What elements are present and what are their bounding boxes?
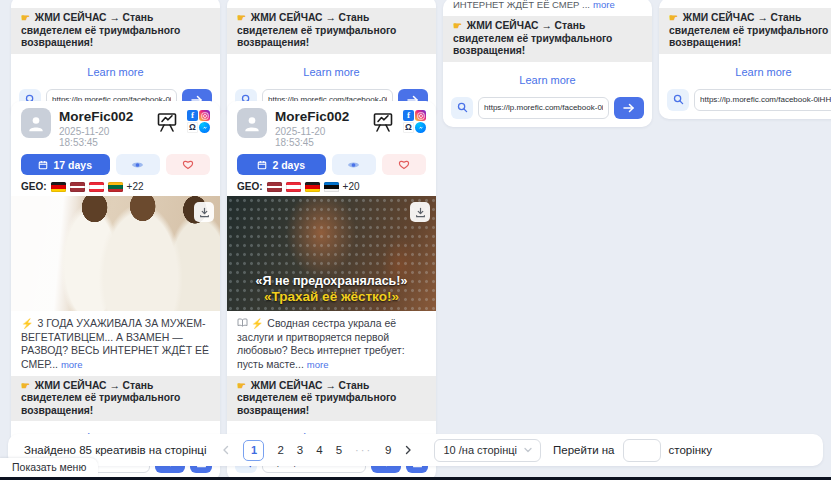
search-icon[interactable] [667, 89, 689, 111]
pager: 1 2 3 4 5 ··· 9 [222, 440, 412, 461]
landing-url-input[interactable] [694, 89, 831, 111]
learn-more-link[interactable]: Learn more [303, 66, 359, 78]
creative-header: MoreFic002 2025-11-20 18:53:45 f Ω [11, 101, 220, 151]
pointing-hand-icon: ☛ [669, 12, 678, 23]
platform-icons: f Ω [187, 110, 210, 133]
days-label: 2 days [272, 159, 305, 171]
pointing-hand-icon: ☛ [21, 380, 30, 391]
image-caption-line2: «Трахай её жёстко!» [227, 289, 436, 304]
cta-banner-text: ЖМИ СЕЙЧАС → Стань свидетелем её триумфа… [237, 380, 396, 416]
open-url-button[interactable] [614, 97, 644, 119]
per-page-select[interactable]: 10 /на сторінці [434, 439, 541, 462]
results-count: Знайдено 85 креативів на сторінці [24, 444, 206, 456]
creative-actions: 2 days [227, 151, 436, 177]
learn-more-link[interactable]: Learn more [87, 66, 143, 78]
image-caption: «Я не предохранялась!» «Трахай её жёстко… [227, 274, 436, 304]
learn-more-link[interactable]: Learn more [735, 66, 791, 78]
facebook-icon: f [403, 110, 414, 121]
download-image-button[interactable] [194, 202, 214, 222]
image-caption-line1: «Я не предохранялась!» [227, 274, 436, 288]
creative-image[interactable] [11, 196, 220, 311]
search-icon[interactable] [451, 97, 473, 119]
chevron-left-icon[interactable] [222, 445, 230, 455]
creative-datetime: 2025-11-20 18:53:45 [275, 126, 363, 148]
creative-datetime: 2025-11-20 18:53:45 [59, 126, 147, 148]
advertiser-name[interactable]: MoreFic002 [275, 109, 363, 124]
page-4[interactable]: 4 [316, 444, 322, 456]
cta-banner: ☛ ЖМИ СЕЙЧАС → Стань свидетелем её триум… [443, 16, 652, 62]
creative-image[interactable]: «Я не предохранялась!» «Трахай её жёстко… [227, 196, 436, 311]
download-image-button[interactable] [410, 202, 430, 222]
geo-flag [267, 182, 282, 192]
card-spacer [659, 0, 831, 8]
advertiser-info: MoreFic002 2025-11-20 18:53:45 [275, 108, 363, 148]
card-spacer [227, 0, 436, 8]
geo-more-count[interactable]: +22 [127, 181, 144, 192]
learn-more-row: Learn more [227, 54, 436, 87]
creative-body-text: ⚡ Сводная сестра украла её заслуги и при… [227, 311, 436, 376]
creative-card-1: MoreFic002 2025-11-20 18:53:45 f Ω 17 da… [11, 101, 220, 480]
show-menu-button[interactable]: Показать меню [0, 458, 98, 477]
page-3[interactable]: 3 [297, 444, 303, 456]
page-5[interactable]: 5 [336, 444, 342, 456]
goto-page-input[interactable] [623, 439, 661, 462]
facebook-icon: f [187, 110, 198, 121]
cta-banner: ☛ ЖМИ СЕЙЧАС → Стань свидетелем её триум… [659, 8, 831, 54]
board-chart-icon[interactable] [155, 110, 179, 138]
pagination-bar: Знайдено 85 креативів на сторінці 1 2 3 … [8, 434, 823, 466]
cta-banner: ☛ ЖМИ СЕЙЧАС → Стань свидетелем её триум… [11, 8, 220, 54]
creative-library-page: ☛ ЖМИ СЕЙЧАС → Стань свидетелем её триум… [0, 0, 831, 480]
goto-prefix: Перейти на [553, 444, 615, 456]
per-page-value: 10 /на сторінці [443, 444, 517, 456]
learn-more-row: Learn more [443, 62, 652, 95]
advertiser-info: MoreFic002 2025-11-20 18:53:45 [59, 108, 147, 148]
lightning-icon: ⚡ [21, 318, 33, 329]
page-last[interactable]: 9 [385, 444, 391, 456]
geo-flag [305, 182, 320, 192]
clipped-body-text: ИНТЕРНЕТ ЖДЁТ ЕЁ СМЕР ...more [443, 0, 652, 10]
audience-network-icon: Ω [403, 122, 414, 133]
creative-card-2: MoreFic002 2025-11-20 18:53:45 f Ω 2 day… [227, 101, 436, 480]
geo-more-count[interactable]: +20 [343, 181, 360, 192]
geo-row: GEO: +22 [11, 177, 220, 196]
page-1-active[interactable]: 1 [243, 440, 264, 461]
preview-button[interactable] [332, 154, 376, 175]
pointing-hand-icon: ☛ [237, 12, 246, 23]
lightning-icon: ⚡ [251, 318, 263, 329]
cta-banner-text: ЖМИ СЕЙЧАС → Стань свидетелем её триумфа… [21, 12, 180, 48]
chevron-right-icon[interactable] [404, 445, 412, 455]
clipped-text: ИНТЕРНЕТ ЖДЁТ ЕЁ СМЕР ... [453, 0, 590, 10]
avatar [21, 108, 51, 138]
geo-flag [108, 182, 123, 192]
page-2[interactable]: 2 [277, 444, 283, 456]
card-spacer [11, 0, 220, 8]
goto-page: Перейти на сторінку [553, 439, 712, 462]
more-link[interactable]: more [61, 359, 83, 370]
favorite-button[interactable] [382, 154, 426, 175]
more-link[interactable]: more [307, 359, 329, 370]
preview-button[interactable] [116, 154, 160, 175]
geo-flag [324, 182, 339, 192]
ad-card-top-3: ИНТЕРНЕТ ЖДЁТ ЕЁ СМЕР ...more ☛ ЖМИ СЕЙЧ… [443, 0, 652, 127]
favorite-button[interactable] [166, 154, 210, 175]
learn-more-link[interactable]: Learn more [519, 74, 575, 86]
cta-banner: ☛ ЖМИ СЕЙЧАС → Стань свидетелем её триум… [227, 8, 436, 54]
book-icon [237, 317, 248, 329]
cta-banner: ☛ ЖМИ СЕЙЧАС → Стань свидетелем её триум… [11, 376, 220, 422]
advertiser-name[interactable]: MoreFic002 [59, 109, 147, 124]
geo-label: GEO: [21, 181, 47, 192]
more-link[interactable]: more [593, 0, 615, 10]
pointing-hand-icon: ☛ [237, 380, 246, 391]
creative-actions: 17 days [11, 151, 220, 177]
board-chart-icon[interactable] [371, 110, 395, 138]
days-active-button[interactable]: 2 days [237, 154, 326, 175]
instagram-icon [415, 110, 426, 121]
days-active-button[interactable]: 17 days [21, 154, 110, 175]
avatar [237, 108, 267, 138]
geo-flag [51, 182, 66, 192]
pages-ellipsis[interactable]: ··· [355, 444, 372, 456]
learn-more-row: Learn more [659, 54, 831, 87]
audience-network-icon: Ω [187, 122, 198, 133]
messenger-icon [415, 122, 426, 133]
landing-url-input[interactable] [478, 97, 609, 119]
